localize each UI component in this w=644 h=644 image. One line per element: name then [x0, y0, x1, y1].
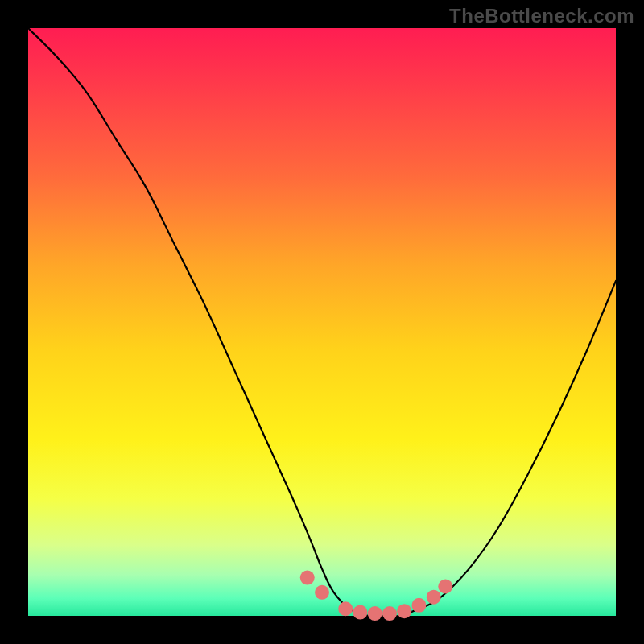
optimal-marker [338, 601, 353, 616]
chart-stage: TheBottleneck.com [0, 0, 644, 644]
optimal-marker [438, 580, 452, 594]
bottleneck-chart [0, 0, 644, 644]
optimal-marker [353, 605, 367, 620]
optimal-marker [397, 604, 411, 618]
plot-area-bg [28, 28, 616, 616]
optimal-marker [368, 606, 382, 621]
optimal-marker [300, 571, 315, 585]
optimal-marker [411, 598, 426, 613]
optimal-marker [315, 585, 329, 600]
optimal-marker [427, 590, 441, 605]
optimal-marker [382, 606, 397, 621]
watermark-text: TheBottleneck.com [449, 5, 634, 27]
